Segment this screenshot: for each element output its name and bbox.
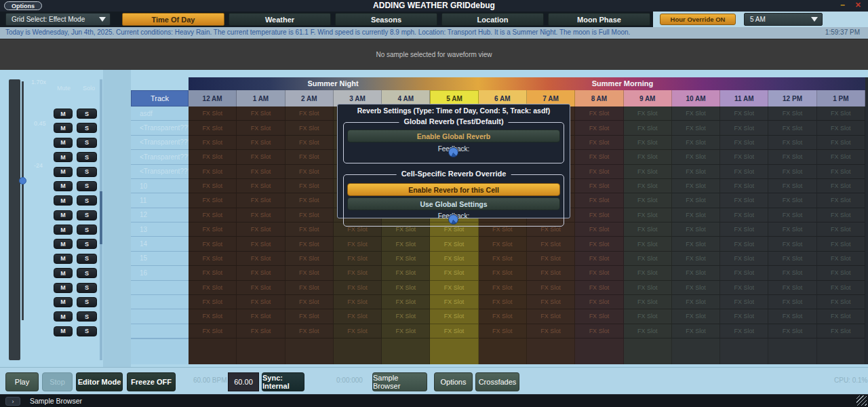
enable-reverb-cell-button[interactable]: Enable Reverb for this Cell [347,183,560,196]
solo-button[interactable]: S [77,239,97,249]
fx-slot-cell[interactable]: FX Slot [624,208,672,222]
fx-slot-cell[interactable]: FX Slot [768,281,816,295]
fx-slot-cell[interactable]: FX Slot [237,208,285,222]
fx-slot-cell[interactable]: FX Slot [720,324,768,338]
fx-slot-cell[interactable]: FX Slot [334,309,382,324]
track-name-cell[interactable]: 14 [131,237,189,251]
solo-button[interactable]: S [77,268,97,278]
fx-slot-cell[interactable]: FX Slot [285,121,334,135]
use-global-settings-button[interactable]: Use Global Settings [347,197,560,210]
fx-slot-cell[interactable]: FX Slot [479,252,527,266]
fx-slot-cell[interactable]: FX Slot [285,179,334,193]
fx-slot-cell[interactable]: FX Slot [672,266,720,280]
fx-slot-cell[interactable]: FX Slot [720,222,768,237]
fx-slot-cell[interactable]: FX Slot [237,136,285,150]
fx-slot-cell[interactable]: FX Slot [575,193,623,208]
fx-slot-cell[interactable]: FX Slot [334,324,382,338]
fx-slot-cell[interactable]: FX Slot [189,165,237,179]
fx-slot-cell[interactable]: FX Slot [720,252,768,266]
enable-global-reverb-button[interactable]: Enable Global Reverb [347,130,560,142]
fx-slot-cell[interactable]: FX Slot [817,179,865,193]
hour-header-cell[interactable]: 12 AM [189,90,237,106]
fx-slot-cell[interactable]: FX Slot [527,237,575,251]
fx-slot-cell[interactable]: FX Slot [720,309,768,324]
fx-slot-cell[interactable]: FX Slot [720,208,768,222]
fx-slot-cell[interactable]: FX Slot [189,179,237,193]
fx-slot-cell[interactable]: FX Slot [720,121,768,135]
fx-slot-cell[interactable]: FX Slot [672,309,720,324]
mute-button[interactable]: M [54,297,73,307]
fx-slot-cell[interactable]: FX Slot [672,222,720,237]
speed-slider-handle[interactable] [19,177,26,185]
fx-slot-cell[interactable]: FX Slot [817,295,865,309]
fx-slot-cell[interactable]: FX Slot [189,193,237,208]
fx-slot-cell[interactable]: FX Slot [624,222,672,237]
fx-slot-cell[interactable]: FX Slot [817,281,865,295]
fx-slot-cell[interactable]: FX Slot [575,136,623,150]
fx-slot-cell[interactable]: FX Slot [768,136,816,150]
fx-slot-cell[interactable]: FX Slot [285,150,334,164]
fx-slot-cell[interactable]: FX Slot [237,193,285,208]
fx-slot-cell[interactable]: FX Slot [817,222,865,237]
track-name-cell[interactable] [131,324,189,338]
fx-slot-cell[interactable]: FX Slot [237,295,285,309]
fx-slot-cell[interactable]: FX Slot [817,324,865,338]
fx-slot-cell[interactable]: FX Slot [624,266,672,280]
fx-slot-cell[interactable]: FX Slot [672,208,720,222]
fx-slot-cell[interactable]: FX Slot [382,252,430,266]
fx-slot-cell[interactable]: FX Slot [720,281,768,295]
fx-slot-cell[interactable]: FX Slot [527,266,575,280]
fx-slot-cell[interactable]: FX Slot [334,266,382,280]
tab-location[interactable]: Location [441,13,544,26]
fx-slot-cell[interactable]: FX Slot [189,121,237,135]
fx-slot-cell[interactable]: FX Slot [624,324,672,338]
fx-slot-cell[interactable]: FX Slot [237,281,285,295]
fx-slot-cell[interactable]: FX Slot [237,150,285,164]
fx-slot-cell[interactable]: FX Slot [430,324,478,338]
fx-slot-cell[interactable]: FX Slot [672,121,720,135]
mute-button[interactable]: M [54,109,73,119]
fx-slot-cell[interactable]: FX Slot [720,237,768,251]
fx-slot-cell[interactable]: FX Slot [285,136,334,150]
crossfades-button[interactable]: Crossfades [475,372,519,391]
track-name-cell[interactable] [131,281,189,295]
fx-slot-cell[interactable]: FX Slot [575,222,623,237]
fx-slot-cell[interactable]: FX Slot [382,237,430,251]
fx-slot-cell[interactable]: FX Slot [382,324,430,338]
fx-slot-cell[interactable]: FX Slot [334,252,382,266]
fx-slot-cell[interactable]: FX Slot [285,208,334,222]
track-name-cell[interactable]: 15 [131,252,189,266]
track-name-cell[interactable]: <Transparent??? [131,121,189,135]
global-feedback-knob-icon[interactable] [448,147,458,157]
sync-button[interactable]: Sync: Internal [262,372,304,391]
fx-slot-cell[interactable]: FX Slot [527,324,575,338]
fx-slot-cell[interactable]: FX Slot [672,252,720,266]
fx-slot-cell[interactable]: FX Slot [817,208,865,222]
fx-slot-cell[interactable]: FX Slot [189,266,237,280]
fx-slot-cell[interactable]: FX Slot [672,237,720,251]
mute-button[interactable]: M [54,326,73,336]
fx-slot-cell[interactable]: FX Slot [672,136,720,150]
tab-time-of-day[interactable]: Time Of Day [122,13,224,26]
track-name-cell[interactable]: 13 [131,222,189,237]
fx-slot-cell[interactable]: FX Slot [382,266,430,280]
fx-slot-cell[interactable]: FX Slot [817,150,865,164]
hour-select-dropdown[interactable]: 5 AM [744,13,823,26]
mute-button[interactable]: M [54,195,73,206]
fx-slot-cell[interactable]: FX Slot [334,295,382,309]
fx-slot-cell[interactable]: FX Slot [189,281,237,295]
fx-slot-cell[interactable]: FX Slot [817,309,865,324]
hour-header-cell[interactable]: 12 PM [768,90,816,106]
track-name-cell[interactable] [131,309,189,324]
fx-slot-cell[interactable]: FX Slot [334,281,382,295]
fx-slot-cell[interactable]: FX Slot [237,324,285,338]
solo-button[interactable]: S [77,138,97,148]
track-name-cell[interactable]: 12 [131,208,189,222]
fx-slot-cell[interactable]: FX Slot [672,165,720,179]
fx-slot-cell[interactable]: FX Slot [237,252,285,266]
fx-slot-cell[interactable]: FX Slot [817,193,865,208]
fx-slot-cell[interactable]: FX Slot [817,237,865,251]
fx-slot-cell[interactable]: FX Slot [768,309,816,324]
solo-button[interactable]: S [77,254,97,264]
fx-slot-cell[interactable]: FX Slot [768,193,816,208]
